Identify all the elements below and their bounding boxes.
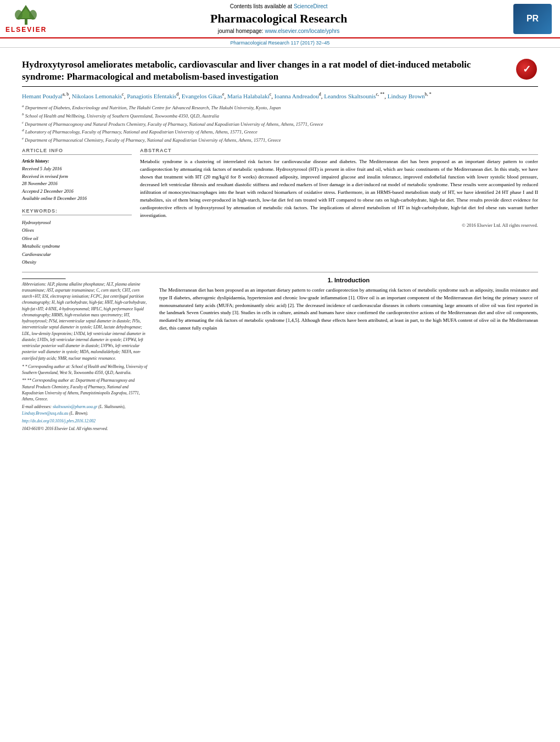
affiliation-b: b School of Health and Wellbeing, Univer…	[22, 111, 538, 120]
article-history: Article history: Received 5 July 2016 Re…	[22, 158, 132, 203]
homepage-url[interactable]: www.elsevier.com/locate/yphrs	[265, 28, 339, 34]
main-content: Hydroxytyrosol ameliorates metabolic, ca…	[0, 48, 560, 439]
journal-name-header: Pharmacological Research	[47, 12, 511, 26]
keyword-5: Cardiovascular	[22, 250, 132, 258]
svg-point-3	[15, 10, 23, 20]
elsevier-tree-icon	[11, 4, 41, 26]
abstract-text: Metabolic syndrome is a clustering of in…	[140, 158, 538, 220]
crossmark-circle[interactable]: ✓	[516, 59, 537, 80]
doi-link[interactable]: http://dx.doi.org/10.1016/j.phrs.2016.12…	[22, 419, 96, 423]
section-title-introduction: 1. Introduction	[159, 277, 538, 283]
journal-logo-right	[511, 4, 555, 34]
email-label: E-mail addresses:	[22, 404, 52, 409]
two-col-layout: ARTICLE INFO Article history: Received 5…	[22, 148, 538, 266]
crossmark-logo[interactable]: ✓	[516, 59, 538, 81]
section-number: 1.	[328, 277, 333, 283]
email-brown-note: (L. Brown).	[69, 411, 88, 416]
contents-available-line: Contents lists available at ScienceDirec…	[47, 3, 511, 9]
homepage-label: journal homepage:	[218, 28, 264, 34]
keywords-header: Keywords:	[22, 208, 132, 215]
affiliation-c: c Department of Pharmacognosy and Natura…	[22, 120, 538, 128]
affiliations: a Department of Diabetes, Endocrinology …	[22, 103, 538, 143]
affiliation-d: d Laboratory of Pharmacology, Faculty of…	[22, 127, 538, 136]
doi-line: http://dx.doi.org/10.1016/j.phrs.2016.12…	[22, 418, 148, 424]
email-skaltsounis-note: (L. Skaltsounis),	[98, 404, 125, 409]
abbreviations-text: ALP, plasma alkaline phosphatase; ALT, p…	[22, 282, 147, 361]
email-brown-link[interactable]: Lindsay.Brown@usq.edu.au	[22, 411, 68, 416]
affiliation-a: a Department of Diabetes, Endocrinology …	[22, 103, 538, 111]
received-date: Received 5 July 2016	[22, 166, 61, 171]
corresponding-star: * * Corresponding author at: School of H…	[22, 364, 148, 376]
article-info-col: ARTICLE INFO Article history: Received 5…	[22, 148, 132, 266]
corresponding-starstar: ** ** Corresponding author at: Departmen…	[22, 377, 148, 402]
history-label: Article history:	[22, 158, 132, 165]
contents-label: Contents lists available at	[230, 3, 292, 9]
keyword-1: Hydroxytyrosol	[22, 219, 132, 226]
svg-point-4	[29, 10, 37, 20]
keyword-2: Olives	[22, 226, 132, 234]
email-line: E-mail addresses: skaltsounis@pharm.uoa.…	[22, 404, 148, 416]
section-title-text: Introduction	[334, 277, 369, 283]
introduction-col: 1. Introduction The Mediterranean diet h…	[159, 277, 538, 434]
citation-line: Pharmacological Research 117 (2017) 32–4…	[0, 38, 560, 48]
issn-line: 1043-6618/© 2016 Elsevier Ltd. All right…	[22, 426, 148, 432]
accepted-date: Accepted 2 December 2016	[22, 188, 74, 194]
author-hemant: Hemant Poudyala, b, Nikolaos Lemonakisc,…	[22, 93, 432, 99]
corresponding-starstar-text: ** Corresponding author at: Department o…	[22, 378, 140, 401]
email-skaltsounis-link[interactable]: skaltsounis@pharm.uoa.gr	[53, 404, 98, 409]
author-name-maria: Maria Halabalaki	[227, 93, 270, 99]
bottom-section: Abbreviations: ALP, plasma alkaline phos…	[22, 272, 538, 434]
pharmacological-research-logo	[513, 4, 552, 34]
keywords-section: Keywords: Hydroxytyrosol Olives Olive oi…	[22, 208, 132, 266]
author-name-hemant: Hemant Poudyal	[22, 93, 63, 99]
sciencedirect-link[interactable]: ScienceDirect	[294, 3, 328, 9]
author-name-evangelos: Evangelos Gikas	[182, 93, 222, 99]
article-title: Hydroxytyrosol ameliorates metabolic, ca…	[22, 59, 516, 83]
header-center: Contents lists available at ScienceDirec…	[47, 3, 511, 34]
authors-line: Hemant Poudyala, b, Nikolaos Lemonakisc,…	[22, 91, 538, 101]
elsevier-logo-container: ELSEVIER	[5, 4, 47, 34]
article-title-section: Hydroxytyrosol ameliorates metabolic, ca…	[22, 59, 538, 87]
keyword-4: Metabolic syndrome	[22, 242, 132, 250]
author-name-nikolaos: Nikolaos Lemonakis	[72, 93, 122, 99]
journal-header: ELSEVIER Contents lists available at Sci…	[0, 0, 560, 38]
available-date: Available online 8 December 2016	[22, 196, 87, 201]
author-name-panagiotis: Panagiotis Efentakis	[127, 93, 176, 99]
introduction-paragraph1: The Mediterranean diet has been proposed…	[159, 287, 538, 333]
author-name-leandros: Leandros Skaltsounis	[324, 93, 376, 99]
author-name-ioanna: Ioanna Andreadou	[275, 93, 319, 99]
abbreviations-label: Abbreviations:	[22, 282, 46, 287]
keyword-6: Obesity	[22, 258, 132, 266]
footnotes-col: Abbreviations: ALP, plasma alkaline phos…	[22, 277, 148, 434]
article-info-header: ARTICLE INFO	[22, 148, 132, 155]
abstract-col: ABSTRACT Metabolic syndrome is a cluster…	[140, 148, 538, 266]
received-revised-date: 28 November 2016	[22, 181, 58, 186]
keyword-3: Olive oil	[22, 235, 132, 242]
elsevier-brand-text: ELSEVIER	[5, 26, 47, 34]
abstract-header: ABSTRACT	[140, 148, 538, 155]
received-revised-label: Received in revised form	[22, 174, 68, 179]
author-name-lindsay: Lindsay Brown	[388, 93, 425, 99]
affiliation-e: e Department of Pharmaceutical Chemistry…	[22, 136, 538, 144]
svg-rect-0	[25, 19, 27, 25]
footnote-divider	[22, 278, 66, 280]
corresponding-star-text: * Corresponding author at: School of Hea…	[22, 364, 147, 375]
abbreviations: Abbreviations: ALP, plasma alkaline phos…	[22, 281, 148, 361]
homepage-line: journal homepage: www.elsevier.com/locat…	[47, 28, 511, 34]
copyright-line: © 2016 Elsevier Ltd. All rights reserved…	[140, 222, 538, 228]
